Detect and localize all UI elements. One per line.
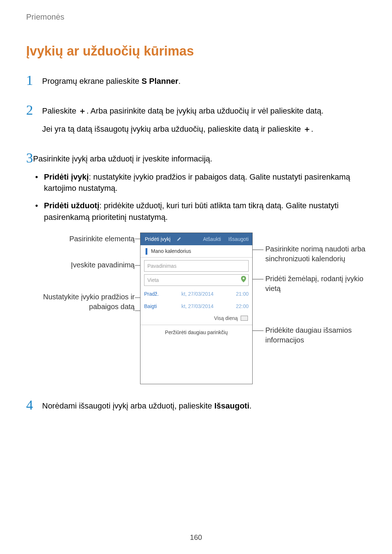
more-options-row[interactable]: Peržiūrėti daugiau parinkčių (140, 325, 252, 340)
calendar-color-mark (146, 248, 147, 255)
callout-enter-name: Įveskite pavadinimą (33, 260, 135, 270)
pen-icon[interactable] (175, 233, 183, 245)
step-4-text: Norėdami išsaugoti įvykį arba užduotį, p… (42, 400, 366, 412)
step-4: 4 Norėdami išsaugoti įvykį arba užduotį,… (26, 398, 366, 418)
callout-select-element: Pasirinkite elementą (33, 234, 135, 244)
start-date: kt, 27/03/2014 (165, 290, 230, 297)
breadcrumb: Priemonės (26, 12, 366, 22)
step-1-text: Programų ekrane palieskite S Planner. (42, 75, 366, 87)
location-pin-icon[interactable] (241, 276, 246, 284)
step-4-text-a: Norėdami išsaugoti įvykį arba užduotį, p… (42, 401, 214, 410)
step-number: 4 (26, 398, 42, 412)
callout-select-calendar: Pasirinkite norimą naudoti arba sinchron… (265, 244, 374, 264)
tab-bar: Pridėti įvykį Atšaukti Išsaugoti (140, 233, 252, 245)
screenshot-diagram: Pasirinkite elementą Įveskite pavadinimą… (33, 233, 371, 389)
start-label: Pradž. (144, 290, 165, 297)
name-input[interactable]: Pavadinimas (144, 260, 249, 272)
calendar-row[interactable]: Mano kalendorius (140, 245, 252, 258)
start-time-row[interactable]: Pradž. kt, 27/03/2014 21:00 (144, 288, 249, 299)
callout-more-info: Pridėkite daugiau išsamios informacijos (265, 325, 374, 345)
end-time-row[interactable]: Baigti kt, 27/03/2014 22:00 (144, 301, 249, 312)
place-placeholder: Vieta (147, 276, 159, 284)
page-title: Įvykių ar užduočių kūrimas (26, 44, 366, 59)
allday-row[interactable]: Visą dieną (140, 312, 252, 325)
step-number: 2 (26, 103, 42, 117)
step-2: 2 Palieskite ＋. Arba pasirinkite datą be… (26, 103, 366, 141)
step-3-intro: Pasirinkite įvykį arba užduotį ir įveski… (33, 153, 371, 165)
step-2-line2-a: Jei yra tą datą išsaugotų įvykių arba už… (42, 124, 303, 134)
tab-cancel[interactable]: Atšaukti (199, 235, 225, 243)
callout-set-dates: Nustatykite įvykio pradžios ir pabaigos … (33, 292, 135, 312)
place-input[interactable]: Vieta (144, 274, 249, 286)
bullet-add-event-rest: : nustatykite įvykio pradžios ir pabaigo… (44, 172, 350, 193)
bullet-add-event-bold: Pridėti įvykį (44, 172, 89, 181)
plus-icon: ＋ (78, 105, 86, 117)
end-time: 22:00 (230, 303, 249, 310)
step-2-line1-b: . Arba pasirinkite datą be įvykių arba u… (86, 106, 323, 115)
end-date: kt, 27/03/2014 (165, 303, 230, 310)
end-label: Baigti (144, 303, 165, 310)
bullet-add-event: Pridėti įvykį: nustatykite įvykio pradži… (44, 171, 371, 194)
step-1: 1 Programų ekrane palieskite S Planner. (26, 73, 366, 94)
callout-add-map: Pridėti žemėlapį, rodantį įvykio vietą (265, 274, 374, 294)
allday-label: Visą dieną (214, 315, 238, 322)
step-1-text-a: Programų ekrane palieskite (42, 77, 142, 86)
name-placeholder: Pavadinimas (147, 262, 176, 270)
step-4-text-b: Išsaugoti (214, 401, 249, 410)
step-3: 3 Pasirinkite įvykį arba užduotį ir įves… (26, 151, 366, 389)
step-1-text-b: S Planner (142, 77, 178, 86)
tab-save[interactable]: Išsaugoti (225, 235, 252, 243)
calendar-name: Mano kalendorius (151, 247, 191, 255)
step-1-text-c: . (178, 77, 180, 86)
step-2-line1-a: Palieskite (42, 106, 78, 115)
step-number: 3 (26, 151, 33, 165)
phone-screenshot: Pridėti įvykį Atšaukti Išsaugoti Mano ka… (140, 233, 253, 384)
page-number: 160 (0, 533, 392, 542)
bullet-add-task: Pridėti užduotį: pridėkite užduotį, kuri… (44, 200, 371, 223)
step-2-line2: Jei yra tą datą išsaugotų įvykių arba už… (42, 123, 366, 135)
plus-icon: ＋ (303, 123, 311, 135)
start-time: 21:00 (230, 290, 249, 297)
bullet-add-task-bold: Pridėti užduotį (44, 201, 99, 210)
step-4-text-c: . (249, 401, 252, 410)
step-2-line1: Palieskite ＋. Arba pasirinkite datą be į… (42, 105, 366, 117)
step-number: 1 (26, 73, 42, 87)
tab-add-event[interactable]: Pridėti įvykį (140, 233, 175, 245)
allday-toggle[interactable] (241, 316, 248, 321)
step-2-line2-b: . (311, 124, 313, 134)
